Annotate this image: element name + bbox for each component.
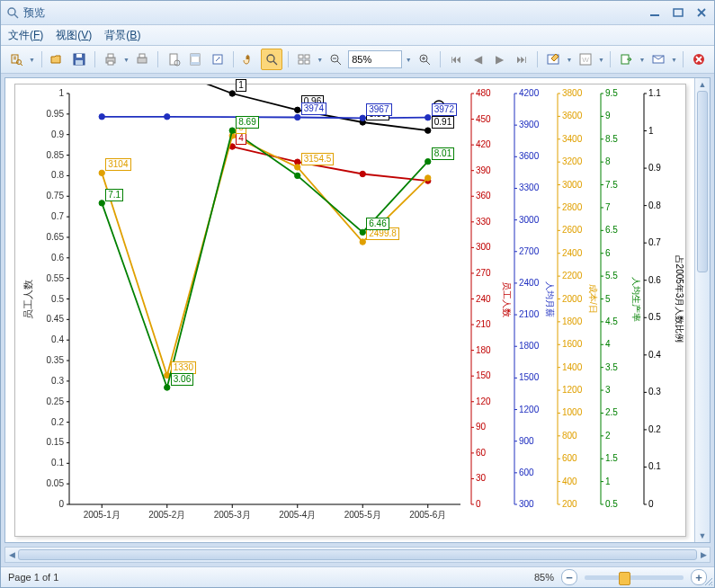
- svg-text:0.3: 0.3: [51, 376, 64, 386]
- data-label: 3104: [105, 158, 130, 171]
- find-dropdown[interactable]: ▼: [29, 57, 36, 63]
- svg-rect-17: [138, 58, 147, 63]
- svg-text:0.9: 0.9: [51, 129, 64, 139]
- zoom-in-icon[interactable]: [415, 49, 434, 69]
- svg-text:180: 180: [476, 345, 491, 355]
- open-icon[interactable]: [48, 49, 67, 69]
- horizontal-scrollbar[interactable]: ◀ ▶: [4, 547, 711, 563]
- svg-text:9.5: 9.5: [605, 88, 618, 98]
- scroll-left-icon[interactable]: ◀: [5, 548, 18, 562]
- first-page-icon[interactable]: ⏮: [446, 49, 466, 69]
- quick-print-icon[interactable]: [132, 49, 152, 69]
- zoom-input[interactable]: [348, 50, 402, 68]
- print-dropdown[interactable]: ▼: [122, 57, 130, 63]
- scroll-thumb-h[interactable]: [18, 549, 697, 560]
- annotate-dropdown[interactable]: ▼: [566, 57, 573, 63]
- data-label: 1330: [171, 361, 196, 374]
- header-footer-icon[interactable]: [186, 49, 206, 69]
- zoom-slider-knob[interactable]: [619, 572, 630, 585]
- svg-text:0.9: 0.9: [648, 163, 661, 173]
- email-icon[interactable]: [648, 49, 668, 69]
- close-button[interactable]: [694, 6, 709, 19]
- menu-view[interactable]: 视图(V): [56, 28, 92, 43]
- svg-text:0.65: 0.65: [47, 232, 65, 242]
- svg-text:900: 900: [519, 436, 534, 446]
- svg-text:0.8: 0.8: [51, 170, 64, 180]
- svg-text:1.5: 1.5: [605, 453, 618, 463]
- svg-point-0: [8, 8, 15, 15]
- multipage-icon[interactable]: [294, 49, 314, 69]
- svg-text:120: 120: [476, 396, 491, 406]
- email-dropdown[interactable]: ▼: [670, 57, 677, 63]
- svg-text:3800: 3800: [562, 88, 583, 98]
- find-icon[interactable]: [6, 49, 26, 69]
- svg-line-26: [273, 61, 277, 65]
- svg-text:600: 600: [562, 453, 577, 463]
- annotate-icon[interactable]: [543, 49, 563, 69]
- svg-text:2200: 2200: [562, 271, 583, 281]
- zoom-slider[interactable]: [585, 575, 684, 580]
- hand-tool-icon[interactable]: [239, 49, 259, 69]
- prev-page-icon[interactable]: ◀: [468, 49, 487, 69]
- scroll-up-icon[interactable]: ▲: [695, 78, 710, 91]
- svg-line-305: [705, 578, 712, 585]
- svg-text:300: 300: [476, 242, 491, 252]
- svg-text:6: 6: [605, 248, 611, 258]
- svg-text:4200: 4200: [519, 88, 540, 98]
- svg-rect-19: [170, 54, 177, 65]
- svg-text:1800: 1800: [519, 341, 540, 351]
- scale-icon[interactable]: [208, 49, 228, 69]
- zoom-dropdown[interactable]: ▼: [405, 57, 412, 63]
- export-icon[interactable]: [616, 49, 636, 69]
- svg-text:1: 1: [58, 88, 64, 98]
- svg-text:2005-2月: 2005-2月: [148, 510, 185, 520]
- svg-text:0.4: 0.4: [51, 334, 64, 344]
- svg-text:0: 0: [648, 499, 654, 509]
- page-setup-icon[interactable]: [164, 49, 183, 69]
- menu-bg[interactable]: 背景(B): [104, 28, 140, 43]
- svg-text:1500: 1500: [519, 372, 540, 382]
- next-page-icon[interactable]: ▶: [490, 49, 510, 69]
- zoom-minus-button[interactable]: −: [561, 569, 577, 585]
- save-icon[interactable]: [69, 49, 89, 69]
- svg-text:400: 400: [562, 477, 577, 486]
- scroll-thumb[interactable]: [697, 91, 708, 272]
- svg-text:2005-1月: 2005-1月: [84, 510, 121, 520]
- svg-line-1: [14, 14, 18, 18]
- svg-text:2.5: 2.5: [605, 407, 618, 417]
- svg-text:3600: 3600: [562, 111, 583, 120]
- scroll-down-icon[interactable]: ▼: [695, 530, 710, 542]
- svg-text:0.25: 0.25: [47, 396, 65, 406]
- magnifier-tool-icon[interactable]: [261, 49, 282, 70]
- maximize-button[interactable]: [671, 6, 685, 19]
- zoom-out-icon[interactable]: [326, 49, 346, 69]
- svg-text:3200: 3200: [562, 156, 583, 166]
- svg-text:2100: 2100: [519, 309, 540, 319]
- minimize-button[interactable]: [648, 6, 662, 19]
- svg-text:1400: 1400: [562, 362, 583, 372]
- svg-text:0: 0: [476, 499, 481, 509]
- svg-text:3400: 3400: [562, 134, 583, 144]
- resize-grip[interactable]: [702, 575, 713, 586]
- watermark-icon[interactable]: W: [576, 49, 595, 69]
- svg-text:占2005年3月人数比例: 占2005年3月人数比例: [675, 255, 684, 343]
- exit-icon[interactable]: [689, 49, 709, 69]
- data-label: 3967: [366, 103, 391, 116]
- zoom-indicator: 85%: [534, 572, 554, 583]
- svg-text:150: 150: [476, 370, 491, 380]
- svg-rect-23: [191, 62, 200, 65]
- vertical-scrollbar[interactable]: ▲ ▼: [694, 78, 710, 542]
- data-label: 3974: [301, 102, 326, 115]
- scroll-right-icon[interactable]: ▶: [697, 548, 710, 562]
- export-dropdown[interactable]: ▼: [639, 57, 646, 63]
- watermark-dropdown[interactable]: ▼: [597, 57, 604, 63]
- last-page-icon[interactable]: ⏭: [513, 49, 532, 69]
- svg-text:1200: 1200: [519, 405, 540, 414]
- menu-file[interactable]: 文件(F): [8, 28, 43, 43]
- multipage-dropdown[interactable]: ▼: [317, 57, 324, 63]
- svg-text:0.1: 0.1: [51, 458, 64, 468]
- print-icon[interactable]: [101, 49, 121, 69]
- svg-text:0.6: 0.6: [648, 275, 661, 285]
- svg-text:330: 330: [476, 217, 491, 227]
- svg-text:3000: 3000: [562, 180, 583, 190]
